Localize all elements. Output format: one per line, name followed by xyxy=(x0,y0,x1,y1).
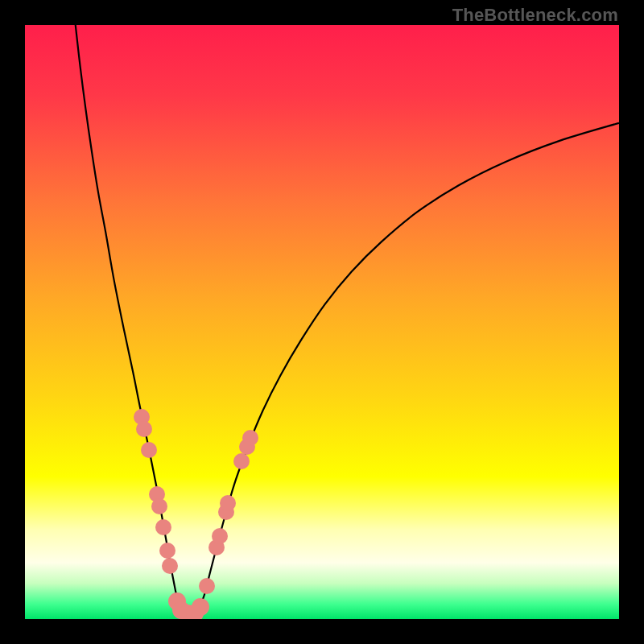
data-marker xyxy=(136,421,152,437)
data-marker xyxy=(141,442,157,458)
chart-svg xyxy=(25,25,619,619)
data-marker xyxy=(192,598,209,616)
data-marker xyxy=(242,430,258,446)
background-gradient xyxy=(25,25,619,619)
data-marker xyxy=(212,528,228,544)
data-marker xyxy=(155,519,171,535)
chart-frame: TheBottleneck.com xyxy=(0,0,644,644)
data-marker xyxy=(233,453,250,469)
data-marker xyxy=(199,578,215,594)
data-marker xyxy=(220,495,236,511)
data-marker xyxy=(159,543,175,559)
watermark-text: TheBottleneck.com xyxy=(452,5,618,26)
plot-area xyxy=(25,25,619,619)
data-marker xyxy=(151,498,167,514)
data-marker xyxy=(162,558,178,574)
